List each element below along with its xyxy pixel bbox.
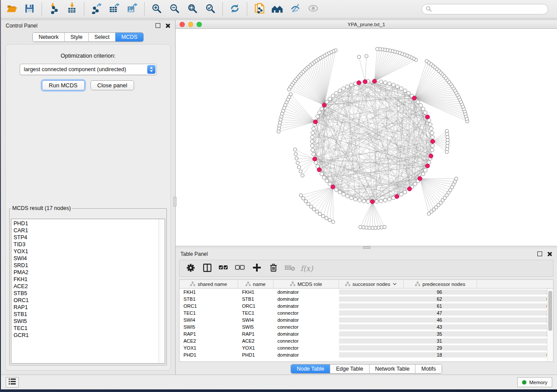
graph-mcds-node[interactable] [357, 81, 361, 85]
graph-leaf-node[interactable] [277, 130, 280, 134]
export-image-button[interactable] [123, 2, 141, 17]
graph-node[interactable] [312, 152, 315, 156]
table-row[interactable]: FKH1FKH1dominator962 [180, 289, 553, 296]
graph-node[interactable] [421, 107, 425, 110]
show-hidden-button[interactable] [304, 2, 322, 17]
search-input[interactable] [422, 4, 548, 14]
mcds-result-item[interactable]: SRD1 [11, 262, 165, 269]
save-button[interactable] [21, 2, 38, 17]
export-table-button[interactable] [105, 2, 123, 17]
graph-node[interactable] [430, 131, 434, 134]
graph-node[interactable] [318, 111, 321, 114]
column-header-shared-name[interactable]: shared name [180, 280, 238, 288]
zoom-selected-button[interactable] [201, 2, 219, 17]
graph-node[interactable] [320, 172, 323, 175]
network-graph[interactable] [176, 29, 557, 246]
graph-node[interactable] [335, 91, 338, 95]
new-network-file-button[interactable] [250, 2, 268, 17]
graph-node[interactable] [430, 148, 434, 151]
graph-leaf-node[interactable] [357, 55, 361, 59]
mcds-result-item[interactable]: TID3 [11, 241, 165, 248]
graph-node[interactable] [338, 190, 342, 194]
graph-leaf-node[interactable] [304, 199, 308, 203]
refresh-button[interactable] [226, 2, 244, 17]
zoom-fit-button[interactable] [183, 2, 201, 17]
mcds-result-item[interactable]: GCR1 [11, 332, 165, 339]
delete-button[interactable] [267, 262, 280, 275]
graph-node[interactable] [328, 182, 332, 186]
mcds-result-item[interactable]: STB1 [11, 311, 165, 318]
network-view-canvas[interactable] [176, 29, 557, 246]
graph-node[interactable] [316, 115, 319, 118]
graph-node[interactable] [338, 89, 342, 93]
graph-node[interactable] [358, 199, 361, 202]
tab-network[interactable]: Network [33, 33, 64, 41]
graph-node[interactable] [311, 148, 315, 151]
mcds-result-item[interactable]: FKH1 [11, 276, 165, 283]
graph-node[interactable] [429, 123, 432, 126]
hide-unhide-button[interactable] [286, 2, 304, 17]
graph-leaf-node[interactable] [301, 174, 304, 177]
mcds-result-list[interactable]: PHD1CAR1STP4TID3YOX1SWI4SRD1PMA2FKH1ACE2… [11, 219, 165, 364]
graph-mcds-node[interactable] [313, 157, 317, 162]
graph-leaf-node[interactable] [322, 214, 325, 218]
tab-select[interactable]: Select [88, 33, 115, 41]
graph-leaf-node[interactable] [425, 59, 429, 63]
mcds-result-item[interactable]: PHD1 [11, 220, 165, 227]
graph-leaf-node[interactable] [299, 170, 302, 173]
table-row[interactable]: RAP1RAP1dominator352 [180, 330, 553, 337]
graph-node[interactable] [349, 196, 353, 199]
graph-mcds-node[interactable] [331, 185, 335, 189]
mcds-result-item[interactable]: SWI5 [11, 318, 165, 325]
graph-leaf-node[interactable] [328, 218, 332, 222]
graph-leaf-node[interactable] [307, 202, 310, 206]
graph-leaf-node[interactable] [365, 55, 368, 58]
close-panel-icon[interactable] [165, 23, 170, 28]
zoom-window-icon[interactable] [197, 22, 202, 27]
graph-leaf-node[interactable] [299, 194, 303, 197]
mcds-result-item[interactable]: ORC1 [11, 297, 165, 304]
tab-style[interactable]: Style [64, 33, 88, 41]
function-builder-button[interactable]: f(x) [300, 262, 313, 275]
table-row[interactable]: ACE2ACE2connector311 [180, 337, 553, 344]
graph-node[interactable] [423, 111, 427, 114]
graph-node[interactable] [403, 190, 407, 194]
import-network-button[interactable] [45, 2, 63, 17]
float-panel-icon[interactable] [156, 23, 160, 28]
graph-node[interactable] [379, 199, 383, 203]
graph-node[interactable] [346, 85, 349, 88]
graph-leaf-node[interactable] [427, 212, 431, 216]
graph-mcds-node[interactable] [412, 96, 417, 100]
graph-node[interactable] [413, 182, 417, 186]
graph-mcds-node[interactable] [363, 79, 367, 84]
horizontal-splitter[interactable] [176, 246, 557, 248]
graph-mcds-node[interactable] [426, 164, 430, 168]
close-table-panel-icon[interactable] [547, 251, 552, 257]
zoom-in-button[interactable] [148, 2, 166, 17]
graph-node[interactable] [311, 144, 314, 148]
delete-table-button[interactable] [284, 262, 297, 275]
mcds-result-item[interactable]: TEC1 [11, 325, 165, 332]
graph-mcds-node[interactable] [431, 139, 435, 144]
graph-leaf-node[interactable] [298, 165, 301, 169]
graph-node[interactable] [349, 83, 353, 87]
graph-node[interactable] [379, 80, 383, 83]
graph-leaf-node[interactable] [325, 217, 328, 220]
graph-node[interactable] [384, 199, 387, 202]
graph-mcds-node[interactable] [429, 154, 433, 158]
horizontal-splitter-handle[interactable] [363, 246, 370, 249]
graph-node[interactable] [342, 193, 345, 196]
mcds-result-item[interactable]: STB5 [11, 290, 165, 297]
graph-node[interactable] [419, 103, 422, 107]
graph-node[interactable] [311, 135, 314, 139]
graph-mcds-node[interactable] [322, 103, 327, 107]
graph-mcds-node[interactable] [317, 168, 322, 172]
graph-mcds-node[interactable] [426, 115, 430, 119]
table-tab-motifs[interactable]: Motifs [415, 364, 441, 373]
graph-node[interactable] [335, 188, 338, 191]
graph-node[interactable] [328, 97, 332, 100]
deselect-all-button[interactable] [234, 262, 247, 275]
graph-node[interactable] [399, 87, 403, 90]
column-header-successor-nodes[interactable]: successor nodes [339, 280, 404, 288]
zoom-out-button[interactable] [166, 2, 183, 17]
